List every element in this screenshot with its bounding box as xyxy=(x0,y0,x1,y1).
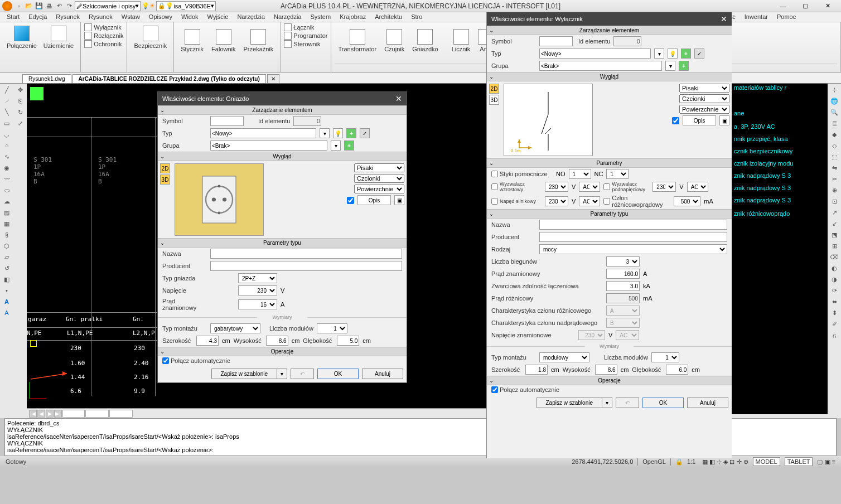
dlg2-naped-check[interactable] xyxy=(491,198,498,205)
dlg1-typ-lib[interactable]: 💡 xyxy=(333,128,343,138)
dlg1-typgniazda-select[interactable]: 2P+Z xyxy=(238,273,277,283)
menu-wyjscie[interactable]: Wyjście xyxy=(203,12,233,22)
dlg1-sec-param[interactable]: Parametry typu xyxy=(158,238,407,248)
dlg2-czcionki[interactable]: Czcionki xyxy=(679,94,729,103)
ring-icon[interactable]: ◉ xyxy=(2,163,12,173)
layers-icon[interactable]: ≣ xyxy=(829,118,839,128)
polygon-icon[interactable]: ⬡ xyxy=(2,241,12,251)
dlg2-producent-input[interactable] xyxy=(539,232,727,242)
tool16-icon[interactable]: ⌫ xyxy=(829,252,839,262)
ribbon-programator[interactable]: Programator xyxy=(284,32,327,40)
tool7-icon[interactable]: ⬚ xyxy=(829,152,839,162)
ribbon-polaczenie[interactable]: Połączenie xyxy=(3,23,40,51)
menu-pomoc[interactable]: Pomoc xyxy=(772,12,800,22)
orbit-icon[interactable]: 🌐 xyxy=(829,96,839,106)
dlg1-sec-op[interactable]: Operacje xyxy=(158,347,407,356)
print-icon[interactable]: 🖶 xyxy=(45,2,54,11)
tool10-icon[interactable]: ⊕ xyxy=(829,185,839,195)
open-icon[interactable]: 📂 xyxy=(25,2,33,11)
ucs-tool-icon[interactable]: ⊹ xyxy=(829,85,839,95)
ellipse-icon[interactable]: ⬭ xyxy=(2,185,12,195)
status-model[interactable]: MODEL xyxy=(753,457,780,466)
menu-system[interactable]: System xyxy=(306,12,335,22)
tool12-icon[interactable]: ↗ xyxy=(829,207,839,217)
dlg2-powierzchnie[interactable]: Powierzchnie xyxy=(679,105,729,114)
dlg2-styki-check[interactable] xyxy=(491,171,498,177)
dlg2-wz-ac[interactable]: AC xyxy=(579,182,600,192)
dlg2-czlon-ma[interactable]: 500 xyxy=(674,196,700,206)
dlg1-nazwa-input[interactable] xyxy=(210,249,402,259)
sketch-combo[interactable]: 🖉 Szkicowanie i opisy ▾ xyxy=(75,1,141,11)
dlg1-typ-input[interactable] xyxy=(210,128,316,138)
dialog-gniazdo-close[interactable]: ✕ xyxy=(395,94,402,103)
dlg2-czlon-check[interactable] xyxy=(603,198,610,205)
ribbon-ochronnik[interactable]: Ochronnik xyxy=(84,40,123,48)
status-scale[interactable]: 🔒 1:1 xyxy=(675,458,698,466)
menu-start[interactable]: Start xyxy=(2,12,24,22)
status-end-icons[interactable]: ▢ ▣ ≡ xyxy=(817,458,835,466)
dlg2-wys-input[interactable] xyxy=(595,365,617,375)
dlg1-opis-expand[interactable]: ▣ xyxy=(394,195,404,205)
dlg2-naped-ac[interactable]: AC xyxy=(579,196,600,206)
dlg2-gleb-input[interactable] xyxy=(666,365,688,375)
dlg2-wz-v[interactable]: 230 xyxy=(545,182,568,192)
tool20-icon[interactable]: ⬌ xyxy=(829,297,839,307)
dlg1-napiecie-select[interactable]: 230 xyxy=(238,285,277,295)
layer-combo[interactable]: 🔒💡 isa_V90B36E ▾ xyxy=(156,1,216,11)
menu-edycja[interactable]: Edycja xyxy=(24,12,51,22)
circle-icon[interactable]: ○ xyxy=(2,140,12,151)
dlg1-2d-icon[interactable]: 2D xyxy=(160,163,170,173)
dlg2-pd-ac[interactable]: AC xyxy=(687,182,708,192)
dlg2-close[interactable]: ✕ xyxy=(721,14,727,23)
save-icon[interactable]: 💾 xyxy=(35,2,44,11)
tool17-icon[interactable]: ◐ xyxy=(829,263,839,273)
hatch-icon[interactable]: ▨ xyxy=(2,207,12,217)
region-icon[interactable]: ▱ xyxy=(2,252,12,262)
ribbon-wylacznik[interactable]: Wyłącznik xyxy=(84,23,123,31)
spring-icon[interactable]: § xyxy=(2,230,12,240)
dlg1-sec-mgmt[interactable]: Zarządzanie elementem xyxy=(158,105,407,115)
dlg1-typ-add[interactable]: + xyxy=(346,128,356,138)
dlg1-prad-select[interactable]: 16 xyxy=(238,299,277,309)
ribbon-gniazdko[interactable]: Gniazdko xyxy=(409,27,441,55)
spline-icon[interactable]: 〰 xyxy=(2,174,12,184)
dlg2-typ-check[interactable]: ✓ xyxy=(694,49,704,59)
dlg2-grupa-input[interactable] xyxy=(539,61,662,71)
dlg2-sec-op[interactable]: Operacje xyxy=(487,376,732,385)
ribbon-bezpiecznik[interactable]: Bezpiecznik xyxy=(130,23,170,51)
ribbon-sterownik[interactable]: Sterownik xyxy=(284,40,327,48)
dialog-gniazdo-title[interactable]: Właściwości elementu: Gniazdo ✕ xyxy=(158,92,407,105)
dlg1-powierzchnie[interactable]: Powierzchnie xyxy=(354,185,404,193)
curve-icon[interactable]: ∿ xyxy=(2,152,12,162)
dlg2-polacz-check[interactable] xyxy=(491,386,498,393)
dlg2-no-select[interactable]: 1 xyxy=(569,169,591,179)
dlg2-typ-lib[interactable]: 💡 xyxy=(668,49,678,59)
point-icon[interactable]: • xyxy=(2,285,12,295)
menu-architektu[interactable]: Architektu xyxy=(370,12,407,22)
move-icon[interactable]: ✥ xyxy=(15,85,25,95)
doctab-active[interactable]: ArCADia-TABLICE ROZDZIELCZE Przykład 2.d… xyxy=(72,74,266,83)
ribbon-licznik[interactable]: Licznik xyxy=(448,27,474,55)
dlg2-pd-v[interactable]: 230 xyxy=(652,182,676,192)
dlg2-naped-v[interactable]: 230 xyxy=(545,196,568,206)
undo-icon[interactable]: ↶ xyxy=(55,2,64,11)
dlg1-polacz-check[interactable] xyxy=(162,357,169,364)
dlg1-producent-input[interactable] xyxy=(210,261,402,271)
dlg1-opis-check[interactable] xyxy=(347,197,354,204)
dlg1-grupa-pick[interactable]: ▾ xyxy=(331,140,341,151)
menu-narzedzia2[interactable]: Narzędzia xyxy=(269,12,306,22)
dlg2-nazwa-input[interactable] xyxy=(539,220,727,230)
dlg2-anuluj-button[interactable]: Anuluj xyxy=(687,398,728,408)
hatch2-icon[interactable]: ▦ xyxy=(2,219,12,229)
new-icon[interactable]: ▫ xyxy=(14,2,23,11)
dlg2-pzn-input[interactable] xyxy=(606,269,640,279)
ribbon-falownik[interactable]: Falownik xyxy=(208,27,239,55)
dialog-wylacznik-title[interactable]: Właściwości elementu: Wyłącznik ✕ xyxy=(487,12,732,26)
zoom-icon[interactable]: 🔍 xyxy=(829,107,839,117)
dlg2-montaz-select[interactable]: modułowy xyxy=(539,352,589,362)
polyline-icon[interactable]: ╲ xyxy=(2,107,12,117)
dlg2-ok-button[interactable]: OK xyxy=(642,398,684,408)
line-icon[interactable]: ╱ xyxy=(2,85,12,95)
tool13-icon[interactable]: ↙ xyxy=(829,219,839,229)
cloud-icon[interactable]: ☁ xyxy=(2,196,12,206)
